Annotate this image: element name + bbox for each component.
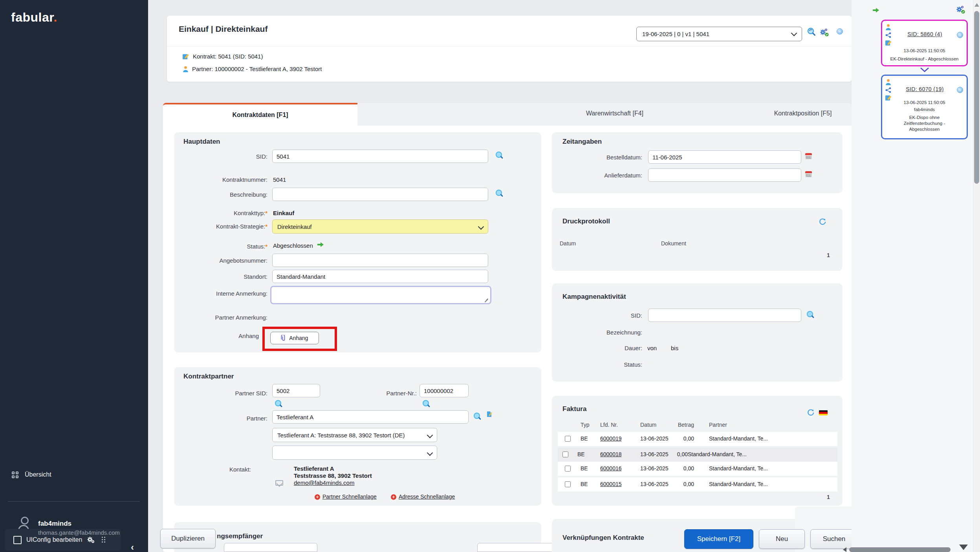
cell-lfd-nr-link[interactable]: 6000018 — [600, 451, 622, 457]
partner-nr-search-icon[interactable] — [422, 400, 430, 408]
partner-schnellanlage-link[interactable]: Partner Schnellanlage — [322, 494, 377, 500]
cell-lfd-nr-link[interactable]: 6000016 — [600, 465, 622, 472]
status-label: Status:* — [174, 243, 267, 250]
activity-card-2[interactable]: SID: 6070 (19) 13-06-2025 11:50:05 fab4m… — [881, 75, 968, 139]
partner-info-line: Partner: 100000002 - Testlieferant A, 39… — [183, 66, 322, 72]
bezeichnung-label: Bezeichnung: — [552, 329, 642, 336]
partner-nr-input[interactable] — [419, 384, 469, 397]
faktura-col-partner: Partner — [709, 422, 727, 428]
panel-title-fragment: ngsempfänger — [217, 532, 263, 540]
required-marker: * — [265, 243, 267, 250]
strategie-select[interactable]: Direkteinkauf — [272, 219, 488, 234]
suchen-button[interactable]: Suchen — [810, 529, 858, 549]
neu-button[interactable]: Neu — [759, 529, 805, 549]
partner-sid-input[interactable] — [272, 384, 320, 397]
status-arrow-icon[interactable] — [317, 242, 324, 247]
bestelldatum-input[interactable] — [648, 150, 801, 164]
panel-kampagnenaktivitaet: Kampagnenaktivität SID: Bezeichnung: Dau… — [552, 283, 843, 382]
version-dropdown[interactable]: 19-06-2025 | 0 | v1 | 5041 — [636, 27, 802, 41]
beschreibung-search-icon[interactable] — [495, 190, 503, 197]
standort-input[interactable] — [272, 270, 488, 283]
scroll-up-arrow-icon[interactable] — [975, 3, 979, 7]
refresh-icon[interactable] — [819, 218, 826, 225]
address-select[interactable]: Testlieferant A: Teststrasse 88, 3902 Te… — [272, 428, 437, 442]
cell-lfd-nr-link[interactable]: 6000019 — [600, 435, 622, 442]
row-checkbox[interactable] — [565, 466, 571, 472]
kampagne-sid-input[interactable] — [648, 309, 801, 322]
kampagne-search-icon[interactable] — [806, 311, 814, 319]
share-icon — [885, 32, 891, 38]
sid-label: SID: — [174, 153, 267, 160]
partner-edit-document-icon[interactable] — [486, 411, 493, 417]
sidebar-item-uebersicht[interactable]: Übersicht — [12, 471, 51, 478]
version-dropdown-value: 19-06-2025 | 0 | v1 | 5041 — [642, 31, 709, 37]
anhang-button[interactable]: Anhang — [270, 332, 319, 344]
beschreibung-label: Beschreibung: — [174, 191, 267, 198]
adresse-schnellanlage-link[interactable]: Adresse Schnellanlage — [399, 494, 455, 500]
partner-nr-label: Partner-Nr.: — [323, 390, 417, 397]
vertical-scrollbar[interactable] — [973, 0, 980, 552]
uiconfig-gear-icon[interactable] — [87, 536, 95, 543]
speichern-button[interactable]: Speichern [F2] — [684, 529, 753, 549]
kontakt-email-link[interactable]: demo@fab4minds.com — [294, 479, 354, 486]
record-disc-icon[interactable] — [837, 28, 843, 35]
contact-select[interactable] — [272, 446, 437, 460]
sid-input[interactable] — [272, 150, 488, 163]
empfaenger-input-1[interactable] — [224, 543, 317, 552]
sid-link[interactable]: SID: 6070 (19) — [896, 86, 953, 92]
standort-label: Standort: — [174, 273, 267, 280]
vertical-scrollbar-thumb[interactable] — [974, 11, 979, 184]
druck-page-number[interactable]: 1 — [827, 252, 830, 258]
horizontal-scrollbar-thumb[interactable] — [849, 547, 951, 552]
header-divider — [167, 46, 852, 47]
status-label-text: Status: — [247, 243, 265, 250]
interne-anmerkung-textarea[interactable] — [270, 286, 491, 304]
duplizieren-button[interactable]: Duplizieren — [160, 529, 216, 548]
faktura-page-number[interactable]: 1 — [827, 494, 830, 500]
scroll-left-arrow-icon[interactable] — [843, 547, 846, 552]
record-disc-icon[interactable] — [957, 32, 963, 38]
beschreibung-input[interactable] — [272, 188, 488, 201]
sidebar-collapse-chevron[interactable]: ‹ — [131, 542, 134, 552]
calendar-icon[interactable] — [805, 171, 812, 177]
flow-arrow-icon — [873, 8, 879, 13]
partner-sid-search-icon[interactable] — [275, 400, 282, 408]
settings-gears-icon[interactable] — [820, 28, 829, 37]
table-row: BE 6000018 13-06-2025 0,00 Standard-Mand… — [558, 448, 837, 462]
calendar-icon[interactable] — [805, 153, 812, 159]
partner-search-icon[interactable] — [473, 413, 481, 420]
cell-betrag: 0,00 — [658, 451, 688, 457]
partner-input[interactable] — [272, 410, 469, 424]
tab-warenwirtschaft[interactable]: Warenwirtschaft [F4] — [520, 110, 709, 117]
angebotsnummer-input[interactable] — [272, 254, 488, 267]
kampagne-sid-label: SID: — [552, 312, 642, 319]
sidebar-divider — [8, 501, 140, 502]
tab-kontraktdaten-active[interactable]: Kontraktdaten [F1] — [163, 103, 357, 126]
anlieferdatum-label: Anlieferdatum: — [552, 172, 642, 179]
cell-betrag: 0,00 — [658, 481, 694, 487]
druck-col-datum: Datum — [560, 240, 576, 247]
scroll-corner-arrow-icon[interactable] — [959, 545, 968, 550]
cell-typ: BE — [581, 435, 588, 442]
share-icon — [885, 87, 891, 93]
activity-card-1[interactable]: SID: 5860 (4) 13-06-2025 11:50:05 EK-Dir… — [881, 20, 968, 66]
row-checkbox[interactable] — [565, 481, 571, 487]
row-checkbox[interactable] — [565, 436, 571, 442]
druck-col-dokument: Dokument — [661, 240, 686, 247]
page-header-card: Einkauf | Direkteinkauf Kontrakt: 5041 (… — [167, 16, 852, 82]
uiconfig-checkbox[interactable] — [13, 536, 22, 544]
anlieferdatum-input[interactable] — [648, 168, 801, 182]
row-checkbox[interactable] — [562, 451, 568, 457]
sid-link[interactable]: SID: 5860 (4) — [896, 31, 953, 37]
drag-grip-icon[interactable] — [102, 537, 106, 543]
history-search-icon[interactable] — [807, 27, 816, 36]
german-flag-icon[interactable] — [819, 410, 828, 415]
sid-search-icon[interactable] — [495, 152, 503, 159]
refresh-icon[interactable] — [807, 409, 814, 416]
cell-lfd-nr-link[interactable]: 6000015 — [600, 481, 622, 487]
settings-gears-icon[interactable] — [956, 5, 965, 14]
cell-betrag: 0,00 — [658, 465, 694, 472]
record-disc-icon[interactable] — [957, 87, 963, 93]
required-marker: * — [265, 210, 267, 216]
interne-anmerkung-label: Interne Anmerkung: — [174, 290, 267, 297]
